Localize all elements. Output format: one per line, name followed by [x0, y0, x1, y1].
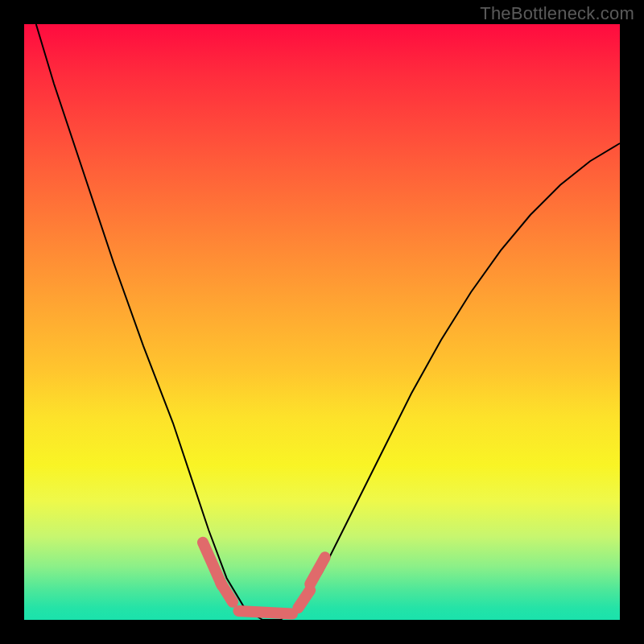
- watermark-text: TheBottleneck.com: [480, 3, 634, 24]
- bottleneck-curve: [24, 24, 620, 620]
- main-curve-line: [36, 24, 620, 620]
- marker-group: [203, 543, 325, 614]
- chart-area: [24, 24, 620, 620]
- marker-seg-3: [298, 590, 310, 608]
- marker-seg-4: [310, 557, 325, 584]
- marker-seg-2: [238, 611, 292, 614]
